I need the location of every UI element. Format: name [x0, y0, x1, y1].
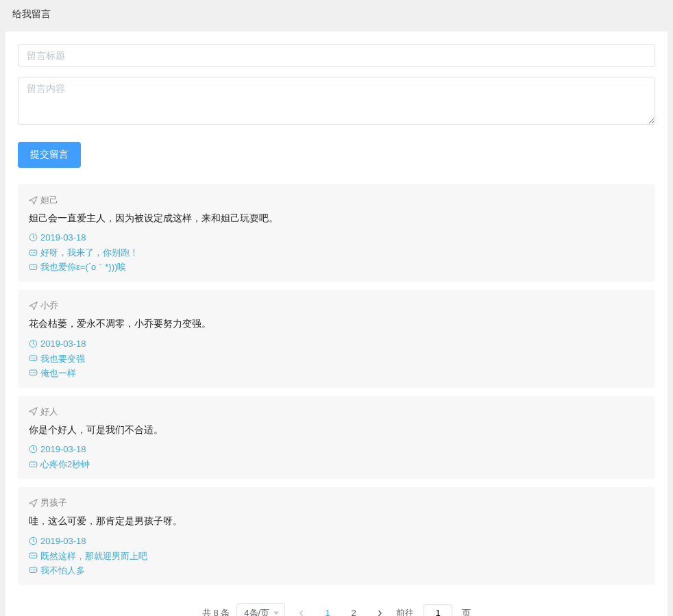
svg-point-25: [31, 555, 32, 556]
svg-point-21: [33, 464, 34, 465]
message-date: 2019-03-18: [29, 338, 644, 349]
message-reply: 我不怕人多: [29, 565, 644, 577]
svg-point-16: [33, 372, 34, 373]
next-page-button[interactable]: [370, 604, 389, 616]
paper-plane-icon: [29, 196, 38, 205]
message-card: 小乔花会枯萎，爱永不凋零，小乔要努力变强。2019-03-18我也要变强俺也一样: [18, 290, 655, 387]
message-card: 男孩子哇，这么可爱，那肯定是男孩子呀。2019-03-18既然这样，那就迎男而上…: [18, 487, 655, 584]
total-count: 共 8 条: [202, 607, 230, 616]
jump-suffix: 页: [462, 607, 471, 616]
page-1-button[interactable]: 1: [318, 604, 337, 616]
message-reply: 既然这样，那就迎男而上吧: [29, 550, 644, 563]
message-author: 妲己: [29, 194, 644, 206]
message-reply: 我也爱你ε=(´ο｀*)))唉: [29, 261, 644, 273]
chat-icon: [29, 566, 38, 575]
message-content: 花会枯萎，爱永不凋零，小乔要努力变强。: [29, 316, 644, 331]
jump-page-input[interactable]: [424, 604, 452, 616]
prev-page-button[interactable]: [292, 604, 311, 616]
message-author: 小乔: [29, 299, 644, 312]
svg-point-20: [31, 464, 32, 465]
svg-point-3: [33, 252, 34, 253]
chat-icon: [29, 263, 38, 272]
message-content: 哇，这么可爱，那肯定是男孩子呀。: [29, 513, 644, 528]
jump-prefix: 前往: [396, 607, 414, 616]
message-content: 妲己会一直爱主人，因为被设定成这样，来和妲己玩耍吧。: [29, 210, 644, 225]
chat-icon: [29, 552, 38, 560]
message-reply: 好呀，我来了，你别跑！: [29, 247, 644, 259]
clock-icon: [29, 339, 38, 348]
message-date: 2019-03-18: [29, 536, 644, 546]
svg-point-17: [34, 372, 35, 373]
svg-point-6: [31, 267, 32, 267]
svg-point-12: [33, 358, 34, 358]
chat-icon: [29, 249, 38, 258]
svg-point-15: [31, 372, 32, 373]
message-card: 妲己妲己会一直爱主人，因为被设定成这样，来和妲己玩耍吧。2019-03-18好呀…: [18, 184, 655, 282]
message-author: 男孩子: [29, 497, 644, 509]
paper-plane-icon: [29, 301, 38, 310]
svg-point-8: [34, 267, 35, 267]
svg-point-13: [34, 358, 35, 358]
paper-plane-icon: [29, 407, 38, 416]
chat-icon: [29, 354, 38, 363]
page-title: 给我留言: [0, 0, 673, 32]
svg-point-22: [34, 464, 35, 465]
content-textarea[interactable]: [18, 77, 655, 125]
subject-input[interactable]: [18, 44, 655, 67]
chat-icon: [29, 369, 38, 378]
clock-icon: [29, 537, 38, 545]
message-reply: 心疼你2秒钟: [29, 458, 644, 471]
main-container: 提交留言 妲己妲己会一直爱主人，因为被设定成这样，来和妲己玩耍吧。2019-03…: [5, 32, 668, 616]
svg-point-27: [34, 555, 35, 556]
message-reply: 我也要变强: [29, 353, 644, 365]
svg-point-26: [33, 555, 34, 556]
page-2-button[interactable]: 2: [344, 604, 363, 616]
svg-point-4: [34, 252, 35, 253]
svg-point-31: [34, 569, 35, 570]
message-author: 好人: [29, 406, 644, 418]
message-date: 2019-03-18: [29, 232, 644, 243]
clock-icon: [29, 445, 38, 454]
svg-point-29: [31, 569, 32, 570]
message-card: 好人你是个好人，可是我们不合适。2019-03-18心疼你2秒钟: [18, 396, 655, 479]
svg-point-2: [31, 252, 32, 253]
svg-point-7: [33, 267, 34, 267]
chat-icon: [29, 460, 38, 469]
message-content: 你是个好人，可是我们不合适。: [29, 422, 644, 437]
chevron-right-icon: [376, 610, 383, 616]
svg-point-30: [33, 569, 34, 570]
paper-plane-icon: [29, 499, 38, 508]
clock-icon: [29, 233, 38, 242]
chevron-left-icon: [298, 610, 305, 616]
message-reply: 俺也一样: [29, 367, 644, 380]
pagination: 共 8 条 4条/页 1 2 前往 页: [18, 593, 655, 616]
page-size-select[interactable]: 4条/页: [236, 603, 285, 616]
submit-button[interactable]: 提交留言: [18, 142, 81, 168]
svg-point-11: [31, 358, 32, 358]
message-date: 2019-03-18: [29, 444, 644, 454]
